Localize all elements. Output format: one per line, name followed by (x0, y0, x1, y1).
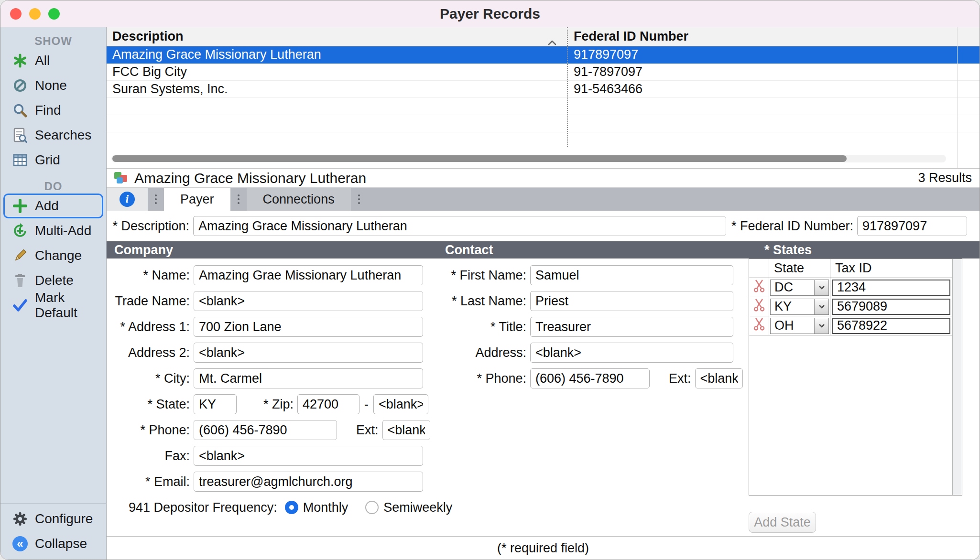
section-states: * States (764, 243, 812, 258)
cell-description: FCC Big City (107, 65, 567, 79)
info-icon: i (120, 192, 135, 207)
minimize-button[interactable] (29, 8, 41, 20)
zip-plus4-input[interactable] (373, 394, 428, 414)
tax-id-input[interactable] (832, 299, 950, 315)
address1-input[interactable] (194, 317, 423, 337)
tab-connections[interactable]: Connections (247, 188, 351, 211)
state-input[interactable] (194, 394, 237, 414)
title-input[interactable] (530, 317, 733, 337)
zip-input[interactable] (297, 394, 359, 414)
contact-phone-label: * Phone: (436, 371, 526, 386)
column-header-description[interactable]: Description (107, 29, 567, 44)
column-header-federal-id[interactable]: Federal ID Number (567, 29, 980, 44)
chevron-down-icon[interactable] (814, 299, 828, 314)
sidebar-item-all[interactable]: All (3, 48, 103, 73)
close-button[interactable] (10, 8, 22, 20)
sidebar-item-mark-default[interactable]: Mark Default (3, 293, 103, 318)
states-empty-area (749, 335, 952, 495)
detail-panel: * Description: * Federal ID Number: Comp… (107, 211, 980, 560)
fax-input[interactable] (194, 446, 423, 466)
city-input[interactable] (194, 368, 423, 388)
first-name-input[interactable] (530, 265, 733, 285)
sidebar-item-none[interactable]: None (3, 73, 103, 98)
state-select[interactable]: DC (770, 280, 829, 296)
vertical-dots-icon[interactable] (351, 188, 367, 211)
vertical-dots-icon[interactable] (148, 188, 164, 211)
federal-id-input[interactable] (857, 216, 967, 236)
description-input[interactable] (193, 216, 726, 236)
zip-dash: - (364, 397, 369, 412)
contact-ext-input[interactable] (695, 368, 743, 388)
sidebar-item-configure[interactable]: Configure (3, 506, 103, 531)
last-name-input[interactable] (530, 291, 733, 311)
delete-state-icon[interactable] (753, 298, 765, 315)
zoom-button[interactable] (48, 8, 60, 20)
trade-name-label: Trade Name: (110, 294, 190, 309)
states-scrollbar[interactable] (952, 259, 962, 495)
add-state-button[interactable]: Add State (749, 512, 816, 533)
scrollbar-thumb[interactable] (112, 155, 847, 162)
sidebar-item-searches[interactable]: Searches (3, 123, 103, 148)
sidebar-item-multi-add[interactable]: Multi-Add (3, 218, 103, 243)
delete-state-icon[interactable] (753, 279, 765, 296)
federal-id-label: * Federal ID Number: (731, 219, 853, 234)
company-name-input[interactable] (194, 265, 423, 285)
window-title: Payer Records (0, 6, 980, 22)
sidebar: SHOW All None Find (0, 27, 107, 560)
table-row[interactable]: Amazing Grace Missionary Lutheran 917897… (107, 46, 980, 64)
tab-bar: i Payer Connections (107, 188, 980, 211)
table-row[interactable]: Suran Systems, Inc. 91-5463466 (107, 81, 980, 98)
company-ext-input[interactable] (382, 420, 430, 440)
sidebar-item-label: Find (35, 103, 61, 118)
sidebar-item-label: Grid (35, 152, 60, 168)
sidebar-item-label: Configure (35, 511, 93, 527)
column-header-label: Description (112, 29, 184, 43)
state-select[interactable]: OH (770, 318, 829, 334)
records-list: Description Federal ID Number Amazing Gr… (107, 27, 980, 169)
monthly-radio[interactable] (285, 501, 298, 514)
company-name-label: * Name: (110, 268, 190, 283)
state-select[interactable]: KY (770, 299, 829, 315)
vertical-dots-icon[interactable] (230, 188, 247, 211)
email-input[interactable] (194, 472, 423, 492)
sidebar-item-grid[interactable]: Grid (3, 148, 103, 172)
monthly-radio-label: Monthly (303, 500, 348, 515)
horizontal-scrollbar[interactable] (111, 155, 946, 162)
chevron-down-icon[interactable] (814, 318, 828, 334)
sidebar-item-collapse[interactable]: « Collapse (3, 531, 103, 556)
sidebar-item-delete[interactable]: Delete (3, 268, 103, 293)
address1-label: * Address 1: (110, 320, 190, 334)
trade-name-input[interactable] (194, 291, 423, 311)
company-phone-input[interactable] (194, 420, 337, 440)
state-select-value: KY (771, 299, 814, 314)
contact-phone-input[interactable] (530, 368, 650, 388)
section-header-bar: Company Contact * States (107, 241, 980, 258)
column-divider[interactable] (567, 27, 568, 147)
sidebar-item-find[interactable]: Find (3, 98, 103, 123)
states-panel: State Tax ID (749, 258, 962, 536)
contact-address-input[interactable] (530, 343, 733, 363)
sidebar-item-label: All (35, 53, 50, 68)
delete-state-icon[interactable] (753, 317, 765, 334)
sidebar-item-change[interactable]: Change (3, 243, 103, 268)
tax-id-input[interactable] (832, 318, 950, 334)
sidebar-item-label: Delete (35, 273, 74, 288)
sidebar-item-add[interactable]: Add (3, 194, 103, 218)
tab-label: Connections (263, 192, 335, 207)
chevron-down-icon[interactable] (814, 280, 828, 295)
sidebar-item-label: Add (35, 198, 59, 214)
states-table: State Tax ID (749, 258, 962, 495)
tab-payer[interactable]: Payer (164, 188, 230, 211)
record-header: Amazing Grace Missionary Lutheran 3 Resu… (107, 169, 980, 188)
info-button[interactable]: i (107, 188, 148, 211)
semiweekly-radio[interactable] (365, 501, 379, 514)
first-name-label: * First Name: (436, 268, 526, 283)
sort-ascending-icon[interactable] (548, 34, 556, 49)
cell-federal-id: 91-5463466 (567, 82, 980, 97)
states-header-row: State Tax ID (749, 259, 952, 278)
tax-id-input[interactable] (832, 280, 950, 296)
table-row[interactable]: FCC Big City 91-7897097 (107, 64, 980, 81)
company-form: * Name: Trade Name: * Address 1: Ad (110, 265, 445, 523)
address2-input[interactable] (194, 343, 423, 363)
table-row-empty (107, 98, 980, 115)
